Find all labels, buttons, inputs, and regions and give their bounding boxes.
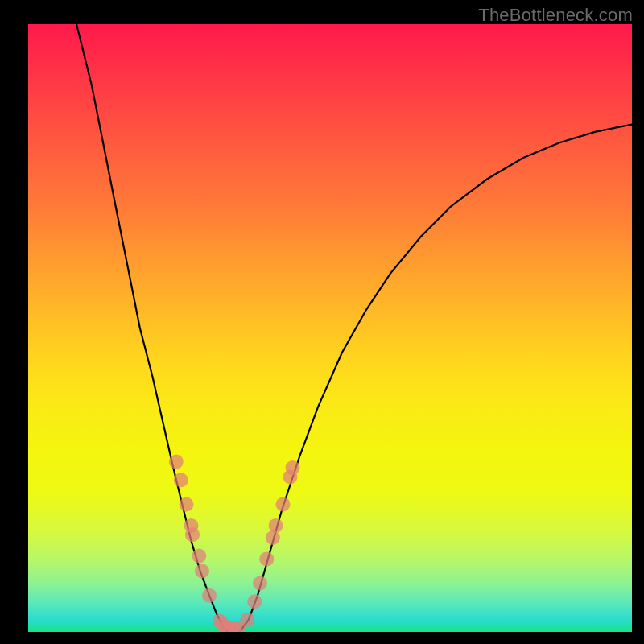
datapoint bbox=[195, 564, 209, 579]
datapoint bbox=[185, 527, 200, 542]
datapoint bbox=[266, 530, 280, 545]
datapoint bbox=[202, 588, 217, 603]
datapoint bbox=[180, 497, 194, 512]
chart-frame: TheBottleneck.com bbox=[0, 0, 644, 644]
datapoint bbox=[247, 594, 262, 609]
datapoint bbox=[259, 551, 274, 566]
datapoint bbox=[286, 460, 300, 475]
datapoint bbox=[213, 613, 227, 628]
plot-area bbox=[28, 24, 632, 632]
datapoint bbox=[253, 576, 267, 591]
chart-overlay bbox=[28, 24, 632, 632]
datapoint bbox=[169, 455, 184, 469]
datapoint bbox=[216, 617, 230, 632]
datapoint bbox=[228, 621, 242, 633]
bottleneck-curve-right bbox=[240, 125, 633, 632]
datapoint bbox=[269, 518, 283, 533]
bottleneck-curve-left bbox=[76, 24, 228, 632]
datapoint bbox=[283, 470, 298, 485]
datapoint bbox=[240, 613, 254, 627]
watermark-text: TheBottleneck.com bbox=[478, 5, 633, 26]
datapoint bbox=[231, 621, 246, 633]
datapoint bbox=[223, 621, 237, 633]
datapoint bbox=[184, 518, 199, 533]
datapoint bbox=[276, 497, 291, 512]
datapoint bbox=[219, 620, 233, 632]
datapoint bbox=[174, 473, 188, 487]
datapoint bbox=[192, 549, 206, 564]
datapoints-group bbox=[169, 455, 300, 632]
